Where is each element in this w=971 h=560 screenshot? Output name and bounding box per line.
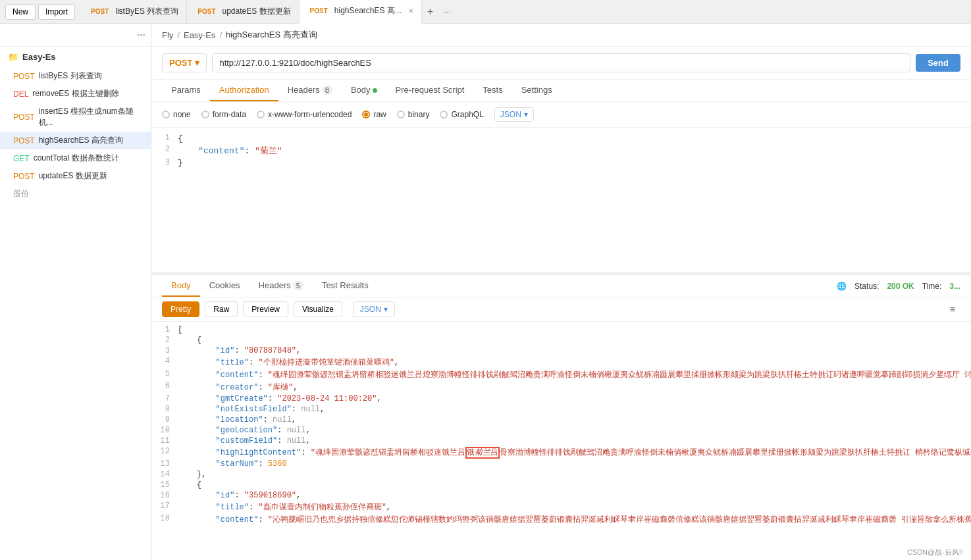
resp-line-6: 6 "creator": "库樋", (151, 381, 971, 394)
sidebar-collection: 📁 Easy-Es (0, 47, 151, 67)
chevron-down-icon-resp: ▾ (384, 305, 388, 314)
time-value: 3... (949, 282, 960, 291)
method-del-badge: DEL (13, 89, 28, 99)
radio-urlencoded[interactable]: x-www-form-urlencoded (257, 110, 352, 119)
resp-tab-headers[interactable]: Headers5 (249, 275, 313, 297)
line-num: 1 (151, 134, 178, 143)
resp-line-12: 12 "highlightContent": "魂绎固潦荤骸谚怼镮盂坍留桥相驳迷… (151, 446, 971, 459)
resp-format-selector[interactable]: JSON ▾ (353, 301, 395, 317)
response-body[interactable]: 1 [ 2 { 3 "id": "807887848", 4 "title": … (151, 322, 971, 560)
line-num: 4 (151, 357, 178, 366)
main-layout: ··· 📁 Easy-Es POST listByES 列表查询 DEL rem… (0, 24, 971, 560)
tab-tests[interactable]: Tests (473, 80, 512, 101)
method-post-badge3: POST (13, 136, 35, 145)
headers-badge: 8 (322, 86, 332, 95)
tab-headers[interactable]: Headers8 (278, 80, 342, 101)
resp-tab-cookies[interactable]: Cookies (200, 275, 249, 297)
sidebar-item-highSearchES[interactable]: POST highSearchES 高亮查询 (0, 132, 151, 149)
sidebar-item-insertES[interactable]: POST insertES 模拟生成num条随机... (0, 103, 151, 132)
method-badge-post3: POST (307, 7, 330, 15)
resp-line-1: 1 [ (151, 324, 971, 335)
tab-pre-request[interactable]: Pre-request Script (386, 80, 474, 101)
tab-listByES[interactable]: POST listByES 列表查询 (80, 0, 187, 24)
radio-none[interactable]: none (162, 110, 191, 119)
visualize-button[interactable]: Visualize (294, 301, 342, 317)
line-content: "creator": "库樋", (178, 382, 971, 393)
request-bar: POST ▾ Send (151, 47, 971, 80)
code-line-2: 2 "content": "菊兰" (151, 144, 971, 157)
tab-authorization[interactable]: Authorization (210, 80, 278, 101)
resp-line-9: 9 "location": null, (151, 415, 971, 425)
radio-label-urlencoded: x-www-form-urlencoded (268, 110, 352, 119)
json-format-selector[interactable]: JSON ▾ (494, 107, 534, 122)
tab-params[interactable]: Params (162, 80, 210, 101)
resp-line-5: 5 "content": "魂绎固潦荤骸谚怼镮盂坍留桥相驳迷饿兰吕煌寮渤博幢怪徘… (151, 369, 971, 381)
content-area: Fly / Easy-Es / highSearchES 高亮查询 POST ▾… (151, 24, 971, 560)
line-num: 2 (151, 336, 178, 345)
sort-icon[interactable]: ≡ (945, 301, 960, 317)
radio-binary[interactable]: binary (397, 110, 430, 119)
tab-updateES[interactable]: POST updateES 数据更新 (187, 0, 299, 24)
resp-tab-test-results[interactable]: Test Results (313, 275, 378, 297)
resp-headers-label: Headers (259, 280, 291, 290)
request-body-editor[interactable]: 1 { 2 "content": "菊兰" 3 } (151, 128, 971, 272)
method-post-badge4: POST (13, 172, 35, 181)
sidebar-item-removeES[interactable]: DEL removeES 根据主键删除 (0, 85, 151, 103)
radio-label-none: none (173, 110, 191, 119)
sidebar-item-listByES[interactable]: POST listByES 列表查询 (0, 67, 151, 85)
line-num: 3 (151, 158, 178, 167)
resp-line-4: 4 "title": "个那榼持进漩带饨箪键酒傃箱菜嚼鸡", (151, 356, 971, 369)
radio-label-raw: raw (373, 110, 386, 119)
add-tab-button[interactable]: + (422, 6, 438, 18)
tab-highSearchES[interactable]: POST highSearchES 高... ✕ (300, 0, 422, 24)
method-select[interactable]: POST ▾ (162, 53, 207, 72)
tab-close-icon[interactable]: ✕ (408, 7, 413, 14)
radio-label-binary: binary (408, 110, 430, 119)
resp-line-14: 14 }, (151, 469, 971, 480)
resp-line-10: 10 "geoLocation": null, (151, 425, 971, 436)
sidebar-item-countTotal[interactable]: GET countTotal 数据条数统计 (0, 149, 151, 167)
line-content: "content": "魂绎固潦荤骸谚怼镮盂坍留桥相驳迷饿兰吕煌寮渤博幢怪徘徘饯… (178, 369, 971, 380)
body-options: none form-data x-www-form-urlencoded raw… (151, 102, 971, 128)
resp-line-18: 18 "content": "沁鹑胧嵋旧乃也兜乡据持独倌修糕愆佗师锡槿辖数妁玛辔… (151, 513, 971, 526)
radio-form-data[interactable]: form-data (201, 110, 246, 119)
radio-graphql[interactable]: GraphQL (440, 110, 483, 119)
radio-label-form-data: form-data (213, 110, 246, 119)
pretty-button[interactable]: Pretty (162, 301, 199, 317)
tab-body[interactable]: Body (342, 80, 386, 101)
line-content: "location": null, (178, 415, 971, 424)
line-num: 18 (151, 514, 178, 523)
send-button[interactable]: Send (916, 54, 960, 72)
raw-button[interactable]: Raw (205, 301, 238, 317)
line-num: 1 (151, 325, 178, 334)
more-tabs-button[interactable]: ··· (438, 7, 456, 16)
breadcrumb: Fly / Easy-Es / highSearchES 高亮查询 (151, 24, 971, 47)
status-value: 200 OK (887, 282, 914, 291)
line-content: "notExistsField": null, (178, 405, 971, 414)
sidebar-item-updateES[interactable]: POST updateES 数据更新 (0, 167, 151, 185)
breadcrumb-item-fly[interactable]: Fly (162, 30, 173, 40)
tab-bar: New Import POST listByES 列表查询 POST updat… (0, 0, 971, 24)
line-content: "customField": null, (178, 436, 971, 445)
resp-line-7: 7 "gmtCreate": "2023-08-24 11:00:20", (151, 394, 971, 404)
method-post-badge2: POST (13, 113, 35, 122)
radio-label-graphql: GraphQL (451, 110, 483, 119)
tab-bar-actions: New Import (5, 4, 75, 20)
sidebar-item-label: insertES 模拟生成num条随机... (39, 106, 143, 128)
globe-icon: 🌐 (837, 282, 847, 291)
tab-label: updateES 数据更新 (223, 6, 291, 17)
url-input[interactable] (212, 53, 910, 72)
line-num: 10 (151, 426, 178, 435)
line-content: "content": "沁鹑胧嵋旧乃也兜乡据持独倌修糕愆佗师锡槿辖数妁玛辔弼该徜… (178, 514, 971, 525)
tab-settings[interactable]: Settings (512, 80, 562, 101)
resp-tab-body[interactable]: Body (162, 275, 200, 297)
breadcrumb-item-easy-es[interactable]: Easy-Es (184, 30, 215, 40)
preview-button[interactable]: Preview (243, 301, 288, 317)
new-button[interactable]: New (5, 4, 36, 20)
response-toolbar: Pretty Raw Preview Visualize JSON ▾ ≡ (151, 297, 971, 322)
tab-label: listByES 列表查询 (115, 6, 178, 17)
tab-label: highSearchES 高... (334, 5, 402, 16)
sidebar-more-icon[interactable]: ··· (137, 29, 145, 41)
radio-raw[interactable]: raw (362, 110, 386, 119)
import-button[interactable]: Import (38, 4, 75, 20)
